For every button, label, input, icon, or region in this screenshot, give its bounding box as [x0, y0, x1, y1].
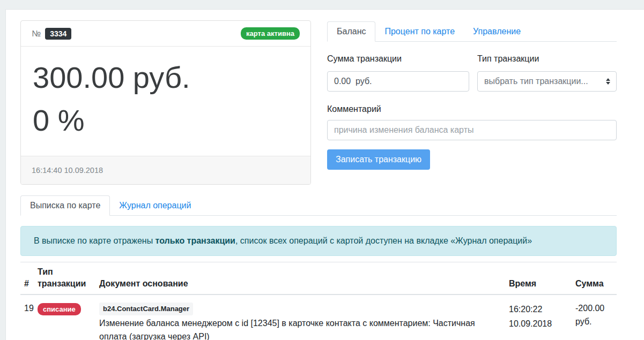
transaction-time: 16:20:22: [509, 302, 570, 316]
tab-balance[interactable]: Баланс: [327, 21, 375, 42]
row-amount-cell: -200.00 руб.: [575, 294, 617, 340]
card-timestamp: 16:14:40 10.09.2018: [32, 166, 103, 175]
col-header-amount: Сумма: [575, 262, 617, 295]
col-header-time: Время: [509, 262, 575, 295]
transaction-type-select[interactable]: выбрать тип транзакции...: [477, 71, 617, 92]
select-arrows-icon: [606, 78, 610, 85]
card-summary: № 3334 карта активна 300.00 руб. 0 % 16:…: [20, 20, 311, 185]
tab-card-percent[interactable]: Процент по карте: [375, 22, 464, 41]
transaction-date: 10.09.2018: [509, 316, 570, 331]
document-description: Изменение баланса менеджером с id [12345…: [99, 317, 504, 340]
comment-input[interactable]: [327, 120, 617, 140]
tab-card-statement[interactable]: Выписка по карте: [20, 195, 110, 216]
row-type-cell: списание: [38, 294, 99, 340]
row-document-cell: b24.ContactCard.Manager Изменение баланс…: [99, 294, 509, 340]
info-alert-text: В выписке по карте отражены только транз…: [34, 236, 532, 246]
info-alert: В выписке по карте отражены только транз…: [20, 226, 617, 256]
comment-label: Комментарий: [327, 104, 381, 114]
card-percent: 0 %: [33, 99, 299, 142]
card-status-badge: карта активна: [241, 27, 300, 40]
table-row: 19 списание b24.ContactCard.Manager Изме…: [20, 294, 617, 340]
tab-operations-log[interactable]: Журнал операций: [110, 196, 200, 215]
amount-input[interactable]: [327, 71, 469, 92]
card-footer: 16:14:40 10.09.2018: [21, 156, 310, 184]
card-number-label: №: [32, 29, 41, 39]
col-header-document: Документ основание: [99, 262, 509, 295]
row-time-cell: 16:20:22 10.09.2018: [509, 294, 575, 340]
type-label: Тип транзакции: [477, 54, 539, 64]
transaction-type-selected: выбрать тип транзакции...: [484, 77, 588, 86]
col-header-index: #: [20, 262, 38, 295]
transaction-type-badge: списание: [38, 303, 81, 315]
transactions-table: # Тип транзакции Документ основание Врем…: [20, 262, 617, 340]
tab-management[interactable]: Управление: [464, 22, 530, 41]
submit-transaction-button[interactable]: Записать транзакцию: [327, 149, 430, 170]
panel-tabs: Баланс Процент по карте Управление: [327, 21, 617, 42]
row-index: 19: [20, 294, 38, 340]
card-number-group: № 3334: [32, 28, 71, 40]
section-tabs: Выписка по карте Журнал операций: [20, 195, 617, 216]
card-number-badge: 3334: [45, 28, 71, 40]
table-header-row: # Тип транзакции Документ основание Врем…: [20, 262, 617, 295]
card-header: № 3334 карта активна: [21, 21, 310, 47]
col-header-type: Тип транзакции: [38, 262, 99, 295]
card-body: 300.00 руб. 0 %: [21, 47, 310, 151]
card-balance: 300.00 руб.: [33, 56, 299, 99]
page: № 3334 карта активна 300.00 руб. 0 % 16:…: [0, 0, 644, 340]
amount-label: Сумма транзакции: [327, 54, 402, 64]
document-source-code: b24.ContactCard.Manager: [99, 303, 193, 315]
